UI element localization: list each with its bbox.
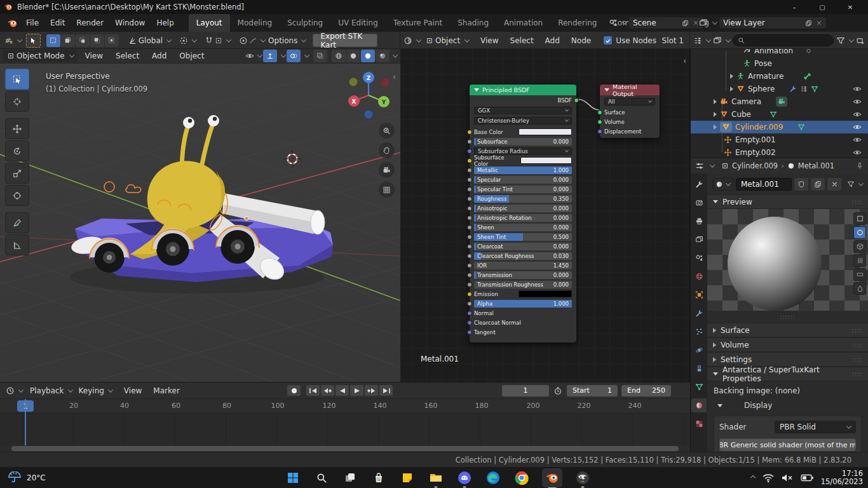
viewport-sidebar-collapse-icon[interactable]: ‹ — [393, 72, 396, 81]
drag-dots-icon[interactable]: :::: — [852, 371, 862, 377]
select-mode-extend-button[interactable] — [61, 34, 75, 47]
material-output-node[interactable]: Material Output All Surface Volume Displ… — [599, 84, 660, 139]
orthographic-toggle-button[interactable] — [379, 182, 395, 198]
input-normal[interactable]: Normal — [470, 308, 576, 318]
overlays-dropdown-chevron-icon[interactable] — [304, 52, 309, 57]
hide-eye-icon[interactable] — [853, 123, 862, 133]
shading-material-button[interactable] — [361, 50, 375, 62]
weather-widget[interactable]: 20°C — [8, 467, 46, 488]
input-metallic[interactable]: Metallic1.000 — [470, 165, 576, 175]
input-ior[interactable]: IOR1.450 — [470, 261, 576, 270]
tab-rendering[interactable]: Rendering — [550, 14, 604, 32]
input-alpha[interactable]: Alpha1.000 — [470, 299, 576, 308]
expand-arrow-icon[interactable] — [714, 99, 717, 104]
subsurface-method-dropdown[interactable]: Christensen-Burley — [474, 117, 572, 125]
discord-icon[interactable] — [456, 470, 473, 486]
overlays-toggle[interactable] — [287, 50, 301, 62]
tool-rotate[interactable] — [5, 140, 29, 161]
input-clearcoat[interactable]: Clearcoat0.000 — [470, 241, 576, 251]
taskbar-clock[interactable]: 17:16 15/06/2023 — [821, 470, 863, 486]
active-tool-select-box[interactable] — [26, 34, 41, 48]
outliner-item-sphere[interactable]: Sphere — [691, 83, 868, 95]
input-volume[interactable]: Volume — [600, 117, 660, 126]
expand-arrow-icon[interactable] — [730, 86, 733, 92]
next-keyframe-button[interactable] — [365, 385, 378, 396]
subsurface-color-swatch[interactable] — [520, 157, 572, 164]
surface-panel-header[interactable]: Surface:::: — [707, 323, 868, 337]
current-frame-field[interactable]: 1 — [502, 385, 549, 396]
pivot-point-dropdown[interactable] — [179, 36, 196, 45]
close-button[interactable]: ✕ — [836, 0, 864, 14]
node-editor-sidebar-collapse-icon[interactable]: ‹ — [683, 57, 686, 65]
input-tangent[interactable]: Tangent — [470, 327, 576, 337]
breadcrumb-material[interactable]: Metal.001 — [798, 161, 834, 170]
editor-type-shader-button[interactable] — [403, 36, 421, 45]
material-output-header[interactable]: Material Output — [600, 85, 660, 95]
new-collection-icon[interactable] — [856, 36, 865, 45]
surface-socket[interactable] — [597, 110, 602, 115]
chrome-icon[interactable] — [513, 470, 530, 486]
tab-material-active[interactable] — [691, 398, 707, 412]
shading-rendered-button[interactable] — [376, 50, 390, 62]
maximize-button[interactable]: ▢ — [808, 0, 836, 14]
material-filter-dropdown[interactable] — [847, 180, 863, 189]
tab-view-layer[interactable] — [691, 233, 707, 247]
tab-sculpting[interactable]: Sculpting — [280, 14, 330, 32]
emission-color-swatch[interactable] — [519, 290, 572, 297]
tab-object-data[interactable] — [691, 380, 707, 394]
tab-layout[interactable]: Layout — [189, 14, 230, 32]
outliner-item-armature[interactable]: Armature — [691, 70, 868, 83]
gizmo-neg-y[interactable] — [349, 78, 358, 86]
tool-scale[interactable] — [5, 163, 29, 184]
search-button[interactable] — [313, 470, 330, 486]
properties-editor-chevron-icon[interactable] — [710, 162, 715, 167]
timeline-panel[interactable]: Playback Keying View Marker 1 Start1 End… — [0, 382, 690, 452]
scene-icon[interactable] — [609, 18, 618, 27]
jump-to-start-button[interactable] — [306, 385, 320, 396]
bsdf-output-socket[interactable] — [574, 98, 579, 103]
tool-cursor[interactable] — [5, 91, 29, 112]
tab-constraints[interactable] — [691, 362, 707, 376]
outliner-item-empty-001[interactable]: Empty.001 — [691, 133, 868, 146]
tool-measure[interactable] — [5, 234, 29, 255]
input-sheen-tint[interactable]: Sheen Tint0.500 — [470, 232, 576, 241]
tool-annotate[interactable] — [5, 212, 29, 233]
shading-solid-button[interactable] — [346, 50, 360, 62]
unlink-material-button[interactable] — [827, 178, 841, 191]
tab-tool[interactable] — [691, 177, 707, 191]
vp-menu-view[interactable]: View — [80, 51, 108, 60]
drag-dots-icon[interactable]: :::: — [852, 342, 862, 348]
navigation-axis-gizmo[interactable]: Z X Y — [344, 71, 393, 119]
scene-unlink-icon[interactable] — [693, 20, 699, 26]
use-nodes-checkbox[interactable]: Use Nodes — [604, 36, 656, 45]
hide-eye-icon[interactable] — [853, 110, 862, 121]
tool-move[interactable] — [5, 118, 29, 139]
input-transmission[interactable]: Transmission0.000 — [470, 270, 576, 280]
jump-to-end-button[interactable] — [379, 385, 393, 396]
input-surface[interactable]: Surface — [600, 107, 660, 117]
display-subpanel-header[interactable]: Display — [714, 395, 862, 414]
gimp-icon[interactable] — [574, 470, 591, 486]
input-specular[interactable]: Specular0.000 — [470, 175, 576, 184]
drag-dots-icon[interactable]: :::: — [852, 199, 862, 205]
pin-icon[interactable] — [856, 161, 864, 170]
gizmo-y-label[interactable]: Y — [381, 99, 386, 105]
gizmo-dropdown-chevron-icon[interactable] — [281, 52, 286, 57]
tab-texture[interactable] — [691, 417, 707, 431]
hide-eye-icon[interactable] — [853, 97, 862, 108]
copy-material-button[interactable] — [811, 178, 825, 191]
options-dropdown[interactable]: Options — [268, 36, 306, 45]
panel-resize-handle[interactable]: :::::: — [707, 311, 868, 323]
menu-window[interactable]: Window — [109, 14, 151, 32]
node-menu-add[interactable]: Add — [540, 36, 565, 45]
prev-keyframe-button[interactable] — [321, 385, 334, 396]
tool-transform[interactable] — [5, 185, 29, 206]
tab-object[interactable] — [691, 288, 707, 302]
node-menu-node[interactable]: Node — [566, 36, 596, 45]
tab-texture-paint[interactable]: Texture Paint — [386, 14, 450, 32]
view-layer-name-field[interactable]: View Layer — [719, 17, 827, 29]
tab-scene[interactable] — [691, 251, 707, 265]
principled-bsdf-node[interactable]: Principled BSDF BSDF GGX Christensen-Bur… — [469, 84, 577, 343]
expand-arrow-icon[interactable] — [714, 112, 717, 117]
sticky-notes-icon[interactable] — [399, 470, 416, 486]
